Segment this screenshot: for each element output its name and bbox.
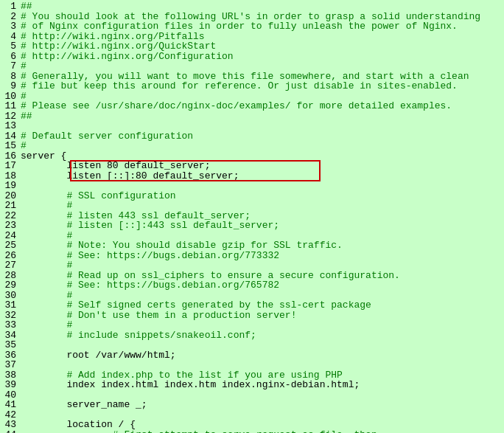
- code-line: 14# Default server configuration: [0, 131, 504, 142]
- code-line: 36 root /var/www/html;: [0, 350, 504, 361]
- line-content: #: [21, 201, 504, 211]
- code-line: 16server {: [0, 151, 504, 162]
- line-number: 32: [0, 311, 21, 321]
- line-content: server {: [21, 151, 504, 162]
- line-number: 44: [0, 430, 21, 434]
- line-number: 30: [0, 291, 21, 301]
- code-line: 38 # Add index.php to the list if you ar…: [0, 370, 504, 381]
- code-line: 11# Please see /usr/share/doc/nginx-doc/…: [0, 101, 504, 111]
- line-number: 35: [0, 340, 21, 350]
- line-number: 14: [0, 131, 21, 142]
- code-line: 27 #: [0, 260, 504, 271]
- line-content: # Add index.php to the list if you are u…: [21, 370, 504, 381]
- line-number: 31: [0, 300, 21, 311]
- line-number: 24: [0, 231, 21, 241]
- line-content: #: [21, 141, 504, 151]
- code-line: 3# of Nginx configuration files in order…: [0, 21, 504, 32]
- line-content: # http://wiki.nginx.org/Pitfalls: [21, 32, 504, 42]
- line-number: 43: [0, 420, 21, 430]
- line-number: 26: [0, 251, 21, 261]
- code-line: 10#: [0, 91, 504, 102]
- code-line: 13: [0, 121, 504, 131]
- line-number: 4: [0, 32, 21, 42]
- line-number: 12: [0, 111, 21, 122]
- code-line: 7#: [0, 61, 504, 72]
- line-content: server_name _;: [21, 400, 504, 410]
- code-line: 43 location / {: [0, 420, 504, 430]
- line-number: 39: [0, 380, 21, 390]
- code-line: 44 # First attempt to serve request as f…: [0, 430, 504, 434]
- line-content: # Please see /usr/share/doc/nginx-doc/ex…: [21, 101, 504, 111]
- line-number: 37: [0, 360, 21, 370]
- line-content: # listen [::]:443 ssl default_server;: [21, 221, 504, 231]
- code-line: 32 # Don't use them in a production serv…: [0, 311, 504, 321]
- line-content: # Read up on ssl_ciphers to ensure a sec…: [21, 271, 504, 281]
- line-number: 8: [0, 72, 21, 82]
- line-content: #: [21, 260, 504, 271]
- code-line: 28 # Read up on ssl_ciphers to ensure a …: [0, 271, 504, 281]
- code-line: 15#: [0, 141, 504, 151]
- code-line: 39 index index.html index.htm index.ngin…: [0, 380, 504, 390]
- code-line: 42: [0, 410, 504, 420]
- line-number: 2: [0, 12, 21, 22]
- line-content: # Generally, you will want to move this …: [21, 72, 504, 82]
- line-content: # file but keep this around for referenc…: [21, 81, 504, 91]
- line-content: # Default server configuration: [21, 131, 504, 142]
- code-line: 2# You should look at the following URL'…: [0, 12, 504, 22]
- line-number: 7: [0, 61, 21, 72]
- code-line: 25 # Note: You should disable gzip for S…: [0, 240, 504, 251]
- code-line: 4# http://wiki.nginx.org/Pitfalls: [0, 32, 504, 42]
- line-number: 42: [0, 410, 21, 420]
- code-line: 40: [0, 390, 504, 401]
- line-content: listen 80 default_server;: [21, 161, 504, 171]
- line-number: 29: [0, 280, 21, 291]
- line-number: 10: [0, 91, 21, 102]
- line-number: 6: [0, 52, 21, 62]
- code-line: 31 # Self signed certs generated by the …: [0, 300, 504, 311]
- code-line: 18 listen [::]:80 default_server;: [0, 171, 504, 181]
- line-content: #: [21, 291, 504, 301]
- code-line: 17 listen 80 default_server;: [0, 161, 504, 171]
- line-number: 5: [0, 41, 21, 52]
- line-number: 23: [0, 221, 21, 231]
- line-number: 36: [0, 350, 21, 361]
- line-number: 33: [0, 320, 21, 330]
- code-line: 1##: [0, 1, 504, 12]
- code-line: 21 #: [0, 201, 504, 211]
- line-number: 15: [0, 141, 21, 151]
- line-number: 17: [0, 161, 21, 171]
- code-line: 37: [0, 360, 504, 370]
- line-number: 18: [0, 171, 21, 181]
- code-line: 9# file but keep this around for referen…: [0, 81, 504, 91]
- line-content: ##: [21, 1, 504, 12]
- code-line: 29 # See: https://bugs.debian.org/765782: [0, 280, 504, 291]
- code-line: 23 # listen [::]:443 ssl default_server;: [0, 221, 504, 231]
- code-line: 41 server_name _;: [0, 400, 504, 410]
- code-line: 22 # listen 443 ssl default_server;: [0, 211, 504, 221]
- code-line: 24 #: [0, 231, 504, 241]
- line-content: #: [21, 231, 504, 241]
- code-line: 30 #: [0, 291, 504, 301]
- line-number: 20: [0, 191, 21, 201]
- line-content: # listen 443 ssl default_server;: [21, 211, 504, 221]
- line-number: 16: [0, 151, 21, 162]
- code-line: 34 # include snippets/snakeoil.conf;: [0, 330, 504, 341]
- line-content: location / {: [21, 420, 504, 430]
- code-editor: 1##2# You should look at the following U…: [0, 0, 504, 433]
- line-number: 34: [0, 330, 21, 341]
- code-line: 33 #: [0, 320, 504, 330]
- line-content: # of Nginx configuration files in order …: [21, 21, 504, 32]
- line-content: # http://wiki.nginx.org/QuickStart: [21, 41, 504, 52]
- line-number: 9: [0, 81, 21, 91]
- line-number: 38: [0, 370, 21, 381]
- line-content: # SSL configuration: [21, 191, 504, 201]
- line-number: 28: [0, 271, 21, 281]
- line-content: # See: https://bugs.debian.org/773332: [21, 251, 504, 261]
- line-number: 11: [0, 101, 21, 111]
- code-line: 35: [0, 340, 504, 350]
- line-content: #: [21, 91, 504, 102]
- line-number: 21: [0, 201, 21, 211]
- line-number: 3: [0, 21, 21, 32]
- line-number: 22: [0, 211, 21, 221]
- line-number: 27: [0, 260, 21, 271]
